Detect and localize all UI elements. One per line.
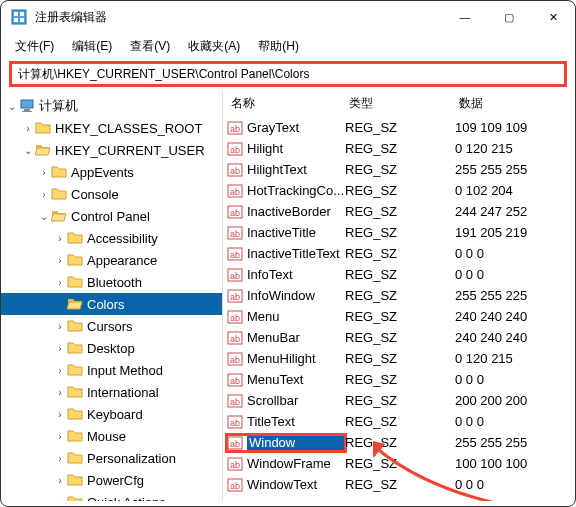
chevron-icon[interactable]: › bbox=[53, 453, 67, 464]
list-item[interactable]: InactiveBorderREG_SZ244 247 252 bbox=[223, 201, 575, 222]
value-data: 240 240 240 bbox=[455, 309, 575, 324]
col-name[interactable]: 名称 bbox=[227, 95, 349, 112]
value-name: Window bbox=[247, 435, 345, 450]
value-data: 191 205 219 bbox=[455, 225, 575, 240]
value-data: 255 255 255 bbox=[455, 435, 575, 450]
chevron-icon[interactable]: › bbox=[53, 387, 67, 398]
value-type: REG_SZ bbox=[345, 330, 455, 345]
value-type: REG_SZ bbox=[345, 372, 455, 387]
chevron-icon[interactable]: › bbox=[53, 299, 67, 310]
value-data: 0 120 215 bbox=[455, 351, 575, 366]
menu-file[interactable]: 文件(F) bbox=[7, 36, 62, 57]
tree-item-mouse[interactable]: ›Mouse bbox=[1, 425, 222, 447]
chevron-icon[interactable]: ⌄ bbox=[21, 145, 35, 156]
regedit-icon bbox=[11, 9, 27, 25]
list-item[interactable]: MenuTextREG_SZ0 0 0 bbox=[223, 369, 575, 390]
tree-item-powercfg[interactable]: ›PowerCfg bbox=[1, 469, 222, 491]
tree-hkcu[interactable]: ⌄HKEY_CURRENT_USER bbox=[1, 139, 222, 161]
list-item[interactable]: HotTrackingCo...REG_SZ0 102 204 bbox=[223, 180, 575, 201]
list-item[interactable]: MenuREG_SZ240 240 240 bbox=[223, 306, 575, 327]
chevron-icon[interactable]: › bbox=[53, 277, 67, 288]
maximize-button[interactable]: ▢ bbox=[487, 2, 531, 32]
tree-item-keyboard[interactable]: ›Keyboard bbox=[1, 403, 222, 425]
chevron-icon[interactable]: ⌄ bbox=[5, 101, 19, 112]
tree-item-bluetooth[interactable]: ›Bluetooth bbox=[1, 271, 222, 293]
list-header[interactable]: 名称 类型 数据 bbox=[223, 91, 575, 115]
chevron-icon[interactable]: › bbox=[53, 497, 67, 502]
minimize-button[interactable]: — bbox=[443, 2, 487, 32]
chevron-icon[interactable]: › bbox=[53, 233, 67, 244]
menu-favorites[interactable]: 收藏夹(A) bbox=[180, 36, 248, 57]
chevron-icon[interactable]: › bbox=[53, 255, 67, 266]
tree-item-console[interactable]: ›Console bbox=[1, 183, 222, 205]
value-data: 0 0 0 bbox=[455, 477, 575, 492]
value-name: MenuBar bbox=[247, 330, 345, 345]
list-item[interactable]: WindowTextREG_SZ0 0 0 bbox=[223, 474, 575, 495]
value-type: REG_SZ bbox=[345, 162, 455, 177]
tree-item-control-panel[interactable]: ⌄Control Panel bbox=[1, 205, 222, 227]
string-value-icon bbox=[227, 456, 243, 472]
chevron-icon[interactable]: › bbox=[53, 321, 67, 332]
list-item[interactable]: GrayTextREG_SZ109 109 109 bbox=[223, 117, 575, 138]
tree-root[interactable]: ⌄计算机 bbox=[1, 95, 222, 117]
tree-item-desktop[interactable]: ›Desktop bbox=[1, 337, 222, 359]
tree-item-appevents[interactable]: ›AppEvents bbox=[1, 161, 222, 183]
tree-item-quick-actions[interactable]: ›Quick Actions bbox=[1, 491, 222, 501]
value-name: WindowFrame bbox=[247, 456, 345, 471]
list-item[interactable]: InfoTextREG_SZ0 0 0 bbox=[223, 264, 575, 285]
menu-help[interactable]: 帮助(H) bbox=[250, 36, 307, 57]
list-item[interactable]: InactiveTitleTextREG_SZ0 0 0 bbox=[223, 243, 575, 264]
value-name: HotTrackingCo... bbox=[247, 183, 345, 198]
folder-icon bbox=[67, 450, 83, 466]
list-view[interactable]: 名称 类型 数据 GrayTextREG_SZ109 109 109Hiligh… bbox=[223, 91, 575, 501]
list-item[interactable]: MenuHilightREG_SZ0 120 215 bbox=[223, 348, 575, 369]
list-item[interactable]: ScrollbarREG_SZ200 200 200 bbox=[223, 390, 575, 411]
list-item[interactable]: InactiveTitleREG_SZ191 205 219 bbox=[223, 222, 575, 243]
tree-item-international[interactable]: ›International bbox=[1, 381, 222, 403]
list-item[interactable]: MenuBarREG_SZ240 240 240 bbox=[223, 327, 575, 348]
address-text: 计算机\HKEY_CURRENT_USER\Control Panel\Colo… bbox=[18, 66, 309, 83]
list-item[interactable]: HilightTextREG_SZ255 255 255 bbox=[223, 159, 575, 180]
value-data: 244 247 252 bbox=[455, 204, 575, 219]
tree-item-accessibility[interactable]: ›Accessibility bbox=[1, 227, 222, 249]
value-data: 255 255 225 bbox=[455, 288, 575, 303]
value-data: 0 102 204 bbox=[455, 183, 575, 198]
chevron-icon[interactable]: › bbox=[21, 123, 35, 134]
string-value-icon bbox=[227, 204, 243, 220]
list-item[interactable]: WindowFrameREG_SZ100 100 100 bbox=[223, 453, 575, 474]
folder-open-icon bbox=[35, 142, 51, 158]
list-item[interactable]: InfoWindowREG_SZ255 255 225 bbox=[223, 285, 575, 306]
folder-icon bbox=[67, 252, 83, 268]
menu-view[interactable]: 查看(V) bbox=[122, 36, 178, 57]
address-bar[interactable]: 计算机\HKEY_CURRENT_USER\Control Panel\Colo… bbox=[9, 61, 567, 87]
chevron-icon[interactable]: › bbox=[37, 189, 51, 200]
value-type: REG_SZ bbox=[345, 393, 455, 408]
close-button[interactable]: ✕ bbox=[531, 2, 575, 32]
list-item[interactable]: TitleTextREG_SZ0 0 0 bbox=[223, 411, 575, 432]
tree-hkcr[interactable]: ›HKEY_CLASSES_ROOT bbox=[1, 117, 222, 139]
string-value-icon bbox=[227, 330, 243, 346]
value-type: REG_SZ bbox=[345, 246, 455, 261]
tree-view[interactable]: ⌄计算机›HKEY_CLASSES_ROOT⌄HKEY_CURRENT_USER… bbox=[1, 91, 223, 501]
tree-item-colors[interactable]: ›Colors bbox=[1, 293, 222, 315]
string-value-icon bbox=[227, 141, 243, 157]
chevron-icon[interactable]: › bbox=[37, 167, 51, 178]
col-type[interactable]: 类型 bbox=[349, 95, 459, 112]
chevron-icon[interactable]: › bbox=[53, 365, 67, 376]
col-data[interactable]: 数据 bbox=[459, 95, 575, 112]
tree-item-input-method[interactable]: ›Input Method bbox=[1, 359, 222, 381]
chevron-icon[interactable]: › bbox=[53, 343, 67, 354]
chevron-icon[interactable]: ⌄ bbox=[37, 211, 51, 222]
folder-icon bbox=[67, 274, 83, 290]
string-value-icon bbox=[227, 246, 243, 262]
list-item[interactable]: HilightREG_SZ0 120 215 bbox=[223, 138, 575, 159]
list-item[interactable]: WindowREG_SZ255 255 255 bbox=[223, 432, 575, 453]
tree-item-cursors[interactable]: ›Cursors bbox=[1, 315, 222, 337]
menu-edit[interactable]: 编辑(E) bbox=[64, 36, 120, 57]
chevron-icon[interactable]: › bbox=[53, 431, 67, 442]
value-name: InactiveTitle bbox=[247, 225, 345, 240]
chevron-icon[interactable]: › bbox=[53, 409, 67, 420]
chevron-icon[interactable]: › bbox=[53, 475, 67, 486]
tree-item-personalization[interactable]: ›Personalization bbox=[1, 447, 222, 469]
tree-item-appearance[interactable]: ›Appearance bbox=[1, 249, 222, 271]
